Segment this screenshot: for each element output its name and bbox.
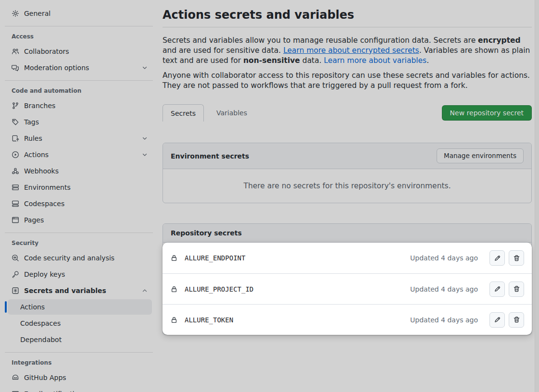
delete-secret-button[interactable]: [509, 312, 524, 328]
secret-row-actions: [489, 312, 524, 328]
sidebar-item-label: Tags: [24, 118, 39, 126]
secrets-variables-tabs: Secrets Variables New repository secret: [163, 104, 532, 122]
sidebar-item-branches[interactable]: Branches: [8, 98, 152, 113]
text-segment: .: [426, 56, 429, 65]
sidebar-subitem-label: Actions: [20, 303, 45, 311]
lock-icon: [170, 254, 178, 262]
edit-secret-button[interactable]: [489, 312, 505, 328]
mail-icon: [12, 390, 19, 392]
new-repository-secret-button[interactable]: New repository secret: [442, 105, 532, 121]
trash-icon: [513, 316, 520, 323]
sidebar-item-label: Webhooks: [24, 167, 59, 175]
sidebar-item-rules[interactable]: Rules: [8, 131, 152, 146]
sidebar-item-github-apps[interactable]: GitHub Apps: [8, 370, 152, 385]
delete-secret-button[interactable]: [509, 250, 524, 266]
sidebar-item-label: Code security and analysis: [24, 254, 114, 262]
sidebar-item-label: Codespaces: [24, 200, 64, 208]
sidebar-divider: [5, 233, 153, 233]
sidebar-subitem-label: Codespaces: [20, 319, 61, 327]
pencil-icon: [494, 285, 501, 293]
comment-discussion-icon: [12, 64, 19, 72]
key-icon: [12, 270, 19, 278]
bold-text: encrypted: [478, 36, 521, 45]
settings-sidebar: General Access Collaborators Moderation …: [0, 0, 163, 392]
pencil-icon: [494, 255, 501, 262]
gear-icon: [12, 10, 19, 17]
inline-link[interactable]: Learn more about variables: [324, 56, 427, 65]
sidebar-section-integrations: Integrations: [12, 359, 163, 366]
sidebar-item-collaborators[interactable]: Collaborators: [8, 44, 152, 59]
sidebar-item-label: GitHub Apps: [24, 374, 66, 381]
edit-secret-button[interactable]: [489, 282, 505, 297]
people-icon: [12, 48, 19, 55]
server-icon: [12, 184, 19, 191]
repository-secrets-header: Repository secrets: [163, 224, 531, 243]
intro-paragraph-2: Anyone with collaborator access to this …: [163, 71, 532, 91]
scrollbar[interactable]: [535, 0, 539, 392]
sidebar-item-label: Secrets and variables: [24, 287, 106, 294]
repository-secrets-title: Repository secrets: [171, 229, 242, 237]
sidebar-item-email-notifications[interactable]: Email notifications: [8, 386, 152, 392]
manage-environments-button[interactable]: Manage environments: [437, 148, 524, 163]
sidebar-divider: [5, 352, 153, 353]
environment-secrets-empty-state: There are no secrets for this repository…: [163, 169, 531, 203]
sidebar-subitem-label: Dependabot: [20, 336, 62, 343]
secret-row-actions: [489, 250, 524, 266]
repository-secrets-box: Repository secrets ALLURE_ENDPOINT Updat…: [163, 223, 532, 335]
sidebar-item-pages[interactable]: Pages: [8, 212, 152, 228]
sidebar-section-security: Security: [12, 240, 163, 246]
edit-secret-button[interactable]: [489, 250, 505, 266]
tab-variables-label: Variables: [216, 109, 247, 117]
secret-name: ALLURE_TOKEN: [185, 316, 233, 324]
delete-secret-button[interactable]: [509, 282, 524, 297]
secret-row-actions: [489, 282, 524, 297]
text-segment: data.: [300, 56, 324, 65]
sidebar-subitem-actions[interactable]: Actions: [8, 299, 152, 315]
chevron-down-icon: [141, 151, 148, 158]
environment-secrets-header: Environment secrets Manage environments: [163, 143, 531, 169]
sidebar-item-code-security[interactable]: Code security and analysis: [8, 250, 152, 266]
hubot-icon: [12, 374, 19, 381]
chevron-down-icon: [141, 64, 148, 71]
text-segment: and are used for sensitive data.: [163, 46, 283, 55]
pencil-icon: [494, 316, 501, 323]
sidebar-item-tags[interactable]: Tags: [8, 114, 152, 130]
sidebar-item-environments[interactable]: Environments: [8, 180, 152, 195]
git-branch-icon: [12, 102, 19, 110]
sidebar-item-webhooks[interactable]: Webhooks: [8, 163, 152, 179]
chevron-up-icon: [141, 287, 148, 294]
asterisk-box-icon: [12, 287, 19, 294]
secret-name: ALLURE_ENDPOINT: [185, 254, 245, 262]
chevron-down-icon: [141, 135, 148, 142]
sidebar-item-label: Collaborators: [24, 48, 69, 55]
play-icon: [12, 151, 19, 159]
secret-updated: Updated 4 days ago: [410, 285, 478, 293]
tag-icon: [12, 118, 19, 126]
environment-secrets-box: Environment secrets Manage environments …: [163, 143, 532, 203]
sidebar-item-label: Deploy keys: [24, 270, 65, 278]
sidebar-item-deploy-keys[interactable]: Deploy keys: [8, 267, 152, 282]
main-content: Actions secrets and variables Secrets an…: [163, 0, 532, 335]
bold-text: non-sensitive: [243, 56, 300, 65]
repository-secrets-list: ALLURE_ENDPOINT Updated 4 days ago ALLUR…: [163, 243, 532, 335]
sidebar-item-codespaces[interactable]: Codespaces: [8, 196, 152, 211]
sidebar-item-label: Pages: [24, 216, 44, 224]
secret-row: ALLURE_TOKEN Updated 4 days ago: [163, 304, 532, 335]
tab-variables[interactable]: Variables: [204, 104, 260, 122]
sidebar-item-secrets-and-variables[interactable]: Secrets and variables: [8, 283, 152, 298]
codespaces-icon: [12, 200, 19, 208]
sidebar-subitem-codespaces[interactable]: Codespaces: [8, 316, 152, 331]
sidebar-item-general[interactable]: General: [8, 6, 152, 21]
inline-link[interactable]: Learn more about encrypted secrets: [283, 46, 419, 55]
text-segment: Secrets and variables allow you to manag…: [163, 36, 478, 45]
sidebar-item-label: Moderation options: [24, 64, 89, 72]
sidebar-item-actions[interactable]: Actions: [8, 147, 152, 162]
sidebar-item-label: Branches: [24, 102, 55, 110]
intro-paragraph: Secrets and variables allow you to manag…: [163, 36, 532, 66]
sidebar-subitem-dependabot[interactable]: Dependabot: [8, 332, 152, 347]
sidebar-item-label: General: [24, 10, 50, 17]
secret-row: ALLURE_ENDPOINT Updated 4 days ago: [163, 243, 532, 273]
tab-secrets[interactable]: Secrets: [163, 104, 204, 122]
sidebar-item-moderation-options[interactable]: Moderation options: [8, 60, 152, 75]
trash-icon: [513, 285, 520, 293]
